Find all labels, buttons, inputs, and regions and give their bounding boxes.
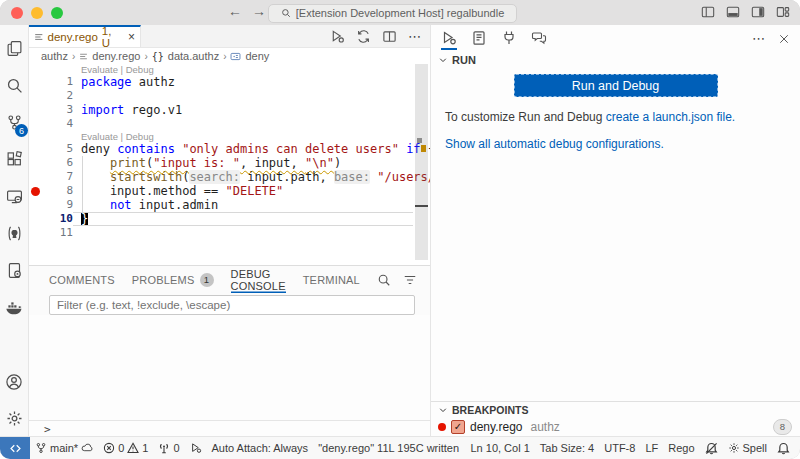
breadcrumb-authz[interactable]: authz <box>41 50 68 62</box>
more-actions-icon[interactable]: ⋯ <box>752 31 765 46</box>
close-window-button[interactable] <box>11 7 23 19</box>
find-icon[interactable] <box>377 273 391 287</box>
editor-group: deny.rego 1, U × ⋯ authz › deny.rego › {… <box>29 25 431 437</box>
minimize-window-button[interactable] <box>31 7 43 19</box>
code-line-2[interactable]: 2 <box>29 89 430 103</box>
file-settings-icon[interactable] <box>0 252 28 289</box>
glyph-margin[interactable] <box>29 184 43 198</box>
show-all-configurations-link[interactable]: Show all automatic debug configurations. <box>445 137 664 151</box>
output-view-icon[interactable] <box>471 30 487 50</box>
glyph-margin[interactable] <box>29 103 43 117</box>
accounts-icon[interactable] <box>0 363 28 400</box>
code-line-9[interactable]: 9 not input.admin <box>29 198 430 212</box>
codelens[interactable]: Evaluate | Debug <box>29 64 430 75</box>
glyph-margin[interactable] <box>29 156 43 170</box>
code-line-11[interactable]: 11 <box>29 226 430 240</box>
encoding-item[interactable]: UTF-8 <box>599 442 640 454</box>
spell-checker-item[interactable]: Spell <box>723 442 772 454</box>
code-line-4[interactable]: 4 <box>29 117 430 131</box>
glyph-margin[interactable] <box>29 75 43 89</box>
opa-icon[interactable] <box>0 215 28 252</box>
eol-item[interactable]: LF <box>640 442 663 454</box>
ports-status-item[interactable]: 0 <box>153 442 184 454</box>
code-line-6[interactable]: 6 print("input is: ", input, "\n") <box>29 156 430 170</box>
glyph-margin[interactable] <box>29 117 43 131</box>
debug-console-output[interactable] <box>29 315 430 420</box>
run-and-debug-view-icon[interactable] <box>441 30 457 50</box>
customize-layout-icon[interactable] <box>776 5 790 19</box>
remote-icon <box>9 442 22 455</box>
warnings-icon <box>127 442 139 454</box>
zoom-window-button[interactable] <box>51 7 63 19</box>
notifications-item[interactable] <box>772 442 795 455</box>
split-editor-icon[interactable] <box>382 29 397 44</box>
breakpoint-dot-icon[interactable] <box>31 187 40 196</box>
breakpoint-checkbox[interactable]: ✓ <box>451 420 465 434</box>
branch-status-item[interactable]: main* <box>30 442 98 454</box>
debug-run-file-icon[interactable] <box>330 29 345 44</box>
source-control-icon[interactable]: 6 <box>0 104 28 141</box>
debug-status-item[interactable] <box>185 442 207 454</box>
explorer-icon[interactable] <box>0 30 28 67</box>
glyph-margin[interactable] <box>29 142 43 156</box>
scm-badge: 6 <box>15 124 28 137</box>
open-changes-icon[interactable] <box>356 29 371 44</box>
tab-terminal[interactable]: TERMINAL <box>303 266 360 293</box>
close-sidebar-icon[interactable] <box>778 33 790 45</box>
auto-attach-status-item[interactable]: Auto Attach: Always <box>207 442 314 454</box>
breadcrumb-rule[interactable]: deny <box>245 50 269 62</box>
search-view-icon[interactable] <box>0 67 28 104</box>
code-line-5[interactable]: 5deny contains "only admins can delete u… <box>29 142 430 156</box>
glyph-margin[interactable] <box>29 170 43 184</box>
run-and-debug-button[interactable]: Run and Debug <box>514 74 718 97</box>
cursor-position-item[interactable]: Ln 10, Col 1 <box>465 442 534 454</box>
code-line-3[interactable]: 3import rego.v1 <box>29 103 430 117</box>
remote-explorer-icon[interactable] <box>0 178 28 215</box>
tab-debug-console[interactable]: DEBUG CONSOLE <box>231 266 286 293</box>
breakpoint-row[interactable]: ✓ deny.rego authz 8 <box>431 418 800 437</box>
glyph-margin[interactable] <box>29 212 43 226</box>
remote-indicator[interactable] <box>0 437 30 459</box>
tab-problems[interactable]: PROBLEMS1 <box>132 266 214 293</box>
breadcrumb-package[interactable]: data.authz <box>168 50 219 62</box>
problems-status-item[interactable]: 0 1 <box>98 442 153 454</box>
toggle-secondary-sidebar-icon[interactable] <box>751 5 765 19</box>
glyph-margin[interactable] <box>29 226 43 240</box>
toggle-panel-icon[interactable] <box>726 5 740 19</box>
code-line-7[interactable]: 7 startswith(search: input.path, base: "… <box>29 170 430 184</box>
more-actions-icon[interactable]: ⋯ <box>408 29 421 44</box>
breakpoint-scope: authz <box>530 420 559 434</box>
command-center-search[interactable]: [Extension Development Host] regalbundle <box>268 4 517 23</box>
glyph-margin[interactable] <box>29 89 43 103</box>
filter-icon[interactable] <box>403 273 417 287</box>
editor-scrollbar[interactable] <box>415 64 428 260</box>
plug-view-icon[interactable] <box>501 30 517 50</box>
code-editor[interactable]: Evaluate | Debug1package authz23import r… <box>29 64 430 265</box>
create-launch-json-link[interactable]: create a launch.json file. <box>606 110 735 124</box>
close-tab-icon[interactable]: × <box>128 30 135 44</box>
breadcrumb-file[interactable]: deny.rego <box>92 50 140 62</box>
navigate-back-icon[interactable]: ← <box>228 3 242 19</box>
run-section-header[interactable]: RUN <box>431 50 800 69</box>
breakpoints-section-header[interactable]: BREAKPOINTS <box>431 402 800 418</box>
customize-hint: To customize Run and Debug create a laun… <box>431 110 800 124</box>
codelens[interactable]: Evaluate | Debug <box>29 131 430 142</box>
settings-gear-icon[interactable] <box>0 400 28 437</box>
debug-console-input[interactable]: > <box>29 420 430 437</box>
navigate-forward-icon[interactable]: → <box>252 3 266 19</box>
language-mode-item[interactable]: Rego <box>663 442 699 454</box>
glyph-margin[interactable] <box>29 198 43 212</box>
tab-comments[interactable]: COMMENTS <box>49 266 115 293</box>
panel-tab-bar: COMMENTS PROBLEMS1 DEBUG CONSOLE TERMINA… <box>29 266 430 293</box>
code-line-8[interactable]: 8 input.method == "DELETE" <box>29 184 430 198</box>
comments-view-icon[interactable] <box>531 30 547 50</box>
tab-size-item[interactable]: Tab Size: 4 <box>535 442 599 454</box>
tab-deny-rego[interactable]: deny.rego 1, U × <box>29 25 141 47</box>
console-filter-input[interactable] <box>49 295 415 315</box>
code-line-1[interactable]: 1package authz <box>29 75 430 89</box>
indent-guide <box>82 156 83 212</box>
extensions-icon[interactable] <box>0 141 28 178</box>
docker-icon[interactable] <box>0 289 28 326</box>
toggle-primary-sidebar-icon[interactable] <box>701 5 715 19</box>
bell-slash-item[interactable] <box>700 442 723 455</box>
